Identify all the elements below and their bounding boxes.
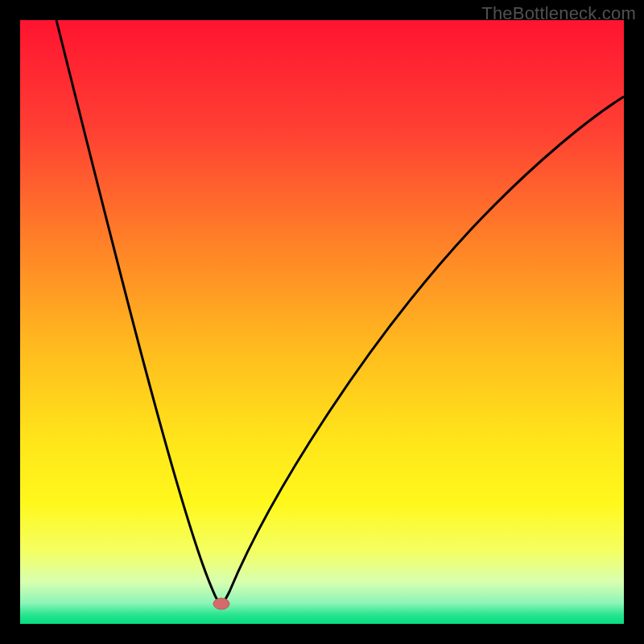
watermark-text: TheBottleneck.com — [481, 3, 636, 24]
plot-area — [20, 20, 624, 624]
plot-svg — [20, 20, 624, 624]
chart-frame: TheBottleneck.com — [0, 0, 644, 644]
gradient-background — [20, 20, 624, 624]
optimum-marker — [213, 598, 229, 609]
